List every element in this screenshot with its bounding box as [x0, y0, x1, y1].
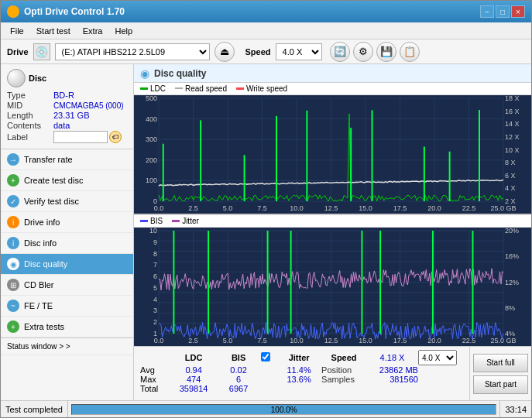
chart1-container — [134, 95, 531, 214]
jitter-color — [172, 220, 180, 222]
cd-bler-label: CD Bler — [24, 280, 54, 290]
legend-ldc-label: LDC — [150, 84, 166, 93]
info-button[interactable]: 📋 — [400, 42, 420, 62]
elapsed-time: 33:14 — [505, 405, 527, 414]
app-title: Opti Drive Control 1.70 — [24, 6, 125, 17]
sidebar-item-create-test-disc[interactable]: + Create test disc — [1, 170, 133, 191]
test-completed-section: Test completed — [1, 401, 68, 417]
sidebar-item-cd-bler[interactable]: ⊞ CD Bler — [1, 275, 133, 296]
eject-button[interactable]: ⏏ — [215, 42, 235, 62]
drive-bar: Drive 💿 (E:) ATAPI iHBS212 2.5L09 ⏏ Spee… — [1, 39, 531, 64]
legend-ldc: LDC — [140, 84, 166, 93]
samples-label: Samples — [321, 375, 366, 384]
max-label: Max — [140, 375, 171, 384]
read-speed-color — [175, 87, 183, 90]
sidebar-item-status-window[interactable]: Status window > > — [1, 337, 133, 355]
menu-extra[interactable]: Extra — [77, 25, 109, 37]
drive-select[interactable]: (E:) ATAPI iHBS212 2.5L09 — [55, 43, 210, 60]
maximize-button[interactable]: □ — [496, 5, 510, 18]
disc-quality-header: ◉ Disc quality — [134, 64, 531, 83]
speed-stat-value: 4.18 X — [366, 350, 418, 365]
sidebar-item-verify-test-disc[interactable]: ✓ Verify test disc — [1, 191, 133, 212]
sidebar-item-fe-te[interactable]: ~ FE / TE — [1, 296, 133, 317]
menu-help[interactable]: Help — [108, 25, 139, 37]
disc-info-panel: Disc Type BD-R MID CMCMAGBA5 (000) Lengt… — [1, 64, 133, 149]
max-ldc: 474 — [171, 375, 216, 384]
disc-quality-label: Disc quality — [24, 259, 67, 269]
label-icon: 🏷 — [109, 131, 122, 143]
avg-label: Avg — [140, 365, 171, 375]
sidebar-item-drive-info[interactable]: i Drive info — [1, 212, 133, 233]
verify-test-disc-icon: ✓ — [7, 195, 19, 207]
start-part-button[interactable]: Start part — [473, 375, 528, 394]
sidebar: Disc Type BD-R MID CMCMAGBA5 (000) Lengt… — [1, 64, 134, 400]
legend-write-speed: Write speed — [236, 84, 287, 93]
contents-label: Contents — [7, 121, 53, 130]
verify-test-disc-label: Verify test disc — [24, 197, 79, 206]
write-speed-color — [236, 87, 244, 90]
sidebar-item-disc-quality[interactable]: ◉ Disc quality — [1, 254, 133, 275]
drive-info-icon: i — [7, 216, 19, 228]
label-label: Label — [7, 132, 53, 142]
progress-text: 100.0% — [72, 406, 496, 414]
disc-quality-section-icon: ◉ — [140, 67, 149, 80]
label-input[interactable] — [53, 131, 108, 143]
legend-jitter: Jitter — [172, 217, 199, 225]
action-buttons: Start full Start part — [469, 347, 531, 400]
chart2-container — [134, 228, 531, 346]
disc-image — [7, 69, 26, 87]
disc-quality-icon: ◉ — [7, 258, 19, 270]
menu-start-test[interactable]: Start test — [30, 25, 77, 37]
legend-bis: BIS — [140, 217, 163, 225]
progress-section: 100.0% — [68, 401, 499, 417]
stats-area: LDC BIS Jitter Speed 4.18 X 4.0 X — [134, 346, 531, 400]
avg-ldc: 0.94 — [171, 365, 216, 375]
create-test-disc-icon: + — [7, 174, 19, 187]
max-jitter: 13.6% — [276, 375, 321, 384]
legend-jitter-label: Jitter — [182, 217, 199, 225]
jitter-header: Jitter — [276, 350, 321, 365]
create-test-disc-label: Create test disc — [24, 176, 83, 185]
speed-stat-label: Speed — [321, 350, 366, 365]
settings-button[interactable]: ⚙ — [353, 42, 373, 62]
titlebar: Opti Drive Control 1.70 − □ × — [1, 1, 531, 22]
length-label: Length — [7, 111, 53, 120]
drive-action-icons: 🔄 ⚙ 💾 📋 — [330, 42, 420, 62]
drive-info-label: Drive info — [24, 218, 60, 227]
legend-bis-label: BIS — [150, 217, 163, 225]
fe-te-label: FE / TE — [24, 301, 53, 310]
type-label: Type — [7, 91, 53, 100]
disc-quality-title: Disc quality — [154, 68, 206, 79]
status-window-label: Status window > > — [7, 342, 70, 351]
jitter-checkbox[interactable] — [261, 352, 270, 361]
chart2-legend: BIS Jitter — [134, 214, 531, 228]
transfer-rate-icon: → — [7, 153, 19, 166]
drive-icon: 💿 — [33, 43, 50, 60]
legend-read-speed-label: Read speed — [185, 84, 227, 93]
test-completed-text: Test completed — [5, 405, 63, 414]
ldc-header: LDC — [171, 350, 216, 365]
sidebar-item-disc-info[interactable]: i Disc info — [1, 233, 133, 254]
statusbar: Test completed 100.0% 33:14 — [1, 400, 531, 417]
refresh-button[interactable]: 🔄 — [330, 42, 350, 62]
fe-te-icon: ~ — [7, 300, 19, 312]
speed-stat-select[interactable]: 4.0 X — [418, 350, 457, 365]
sidebar-item-transfer-rate[interactable]: → Transfer rate — [1, 149, 133, 170]
ldc-chart — [134, 95, 531, 214]
sidebar-item-extra-tests[interactable]: + Extra tests — [1, 317, 133, 337]
contents-value: data — [53, 121, 70, 130]
start-full-button[interactable]: Start full — [473, 354, 528, 372]
disc-info-icon: i — [7, 237, 19, 249]
time-section: 33:14 — [499, 401, 531, 417]
mid-value: CMCMAGBA5 (000) — [53, 101, 124, 110]
sidebar-nav: → Transfer rate + Create test disc ✓ Ver… — [1, 149, 133, 400]
speed-label: Speed — [245, 47, 271, 57]
extra-tests-label: Extra tests — [24, 322, 64, 331]
speed-select[interactable]: 4.0 X 1.0 X 2.0 X 8.0 X — [276, 43, 322, 60]
close-button[interactable]: × — [511, 5, 525, 18]
type-value: BD-R — [53, 91, 74, 100]
save-button[interactable]: 💾 — [376, 42, 396, 62]
menu-file[interactable]: File — [4, 25, 30, 37]
minimize-button[interactable]: − — [480, 5, 494, 18]
window-controls: − □ × — [480, 5, 525, 18]
